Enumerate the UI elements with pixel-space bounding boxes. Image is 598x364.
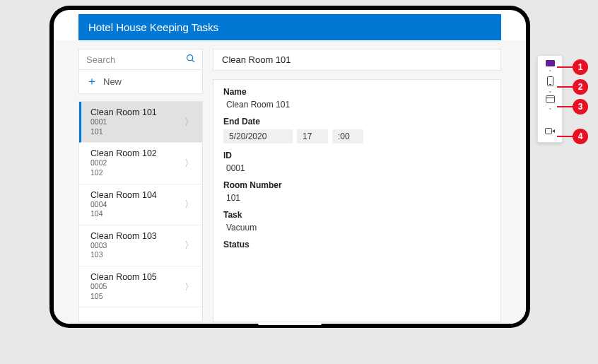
app-header: Hotel House Keeping Tasks xyxy=(78,14,501,40)
list-item-id: 0002 xyxy=(90,158,157,168)
value-room-number[interactable]: 101 xyxy=(223,193,491,203)
callout-line xyxy=(557,86,573,88)
detail-panel: Clean Room 101 Name Clean Room 101 End D… xyxy=(213,49,501,322)
field-task: Task Vacuum xyxy=(223,210,491,233)
list-item[interactable]: Clean Room 1030003103〉 xyxy=(79,225,202,266)
list-item[interactable]: Clean Room 1050005105〉 xyxy=(79,266,202,307)
chevron-right-icon: 〉 xyxy=(184,281,194,293)
field-room-number: Room Number 101 xyxy=(223,180,491,203)
end-date-date[interactable]: 5/20/2020 xyxy=(223,129,293,143)
label-room-number: Room Number xyxy=(223,180,491,190)
detail-form: Name Clean Room 101 End Date 5/20/2020 1… xyxy=(213,79,501,322)
value-name[interactable]: Clean Room 101 xyxy=(223,100,491,110)
chevron-right-icon: 〉 xyxy=(184,198,194,211)
list-item-id: 0005 xyxy=(90,282,157,292)
left-panel: Search ＋ New Clean Room 1010001101〉Clean… xyxy=(78,49,203,322)
callout-badge: 2 xyxy=(573,79,588,95)
chevron-down-icon: ⌄ xyxy=(548,88,553,94)
callout-2: 2 xyxy=(557,79,588,95)
label-name: Name xyxy=(223,87,491,97)
chevron-down-icon: ⌄ xyxy=(548,67,553,73)
label-end-date: End Date xyxy=(223,117,491,127)
list-item[interactable]: Clean Room 1010001101〉 xyxy=(79,102,202,143)
record-icon xyxy=(545,127,556,136)
end-date-minute[interactable]: :00 xyxy=(332,129,363,143)
search-input[interactable]: Search xyxy=(78,49,203,70)
chevron-down-icon: ⌄ xyxy=(548,105,553,111)
list-item-title: Clean Room 101 xyxy=(90,107,157,117)
end-date-input[interactable]: 5/20/2020 17 :00 xyxy=(223,129,491,143)
label-status: Status xyxy=(223,240,491,249)
field-end-date: End Date 5/20/2020 17 :00 xyxy=(223,117,491,143)
list-item-id: 0004 xyxy=(90,200,157,210)
value-id[interactable]: 0001 xyxy=(223,163,491,173)
list-item-title: Clean Room 105 xyxy=(90,272,157,282)
callout-3: 3 xyxy=(557,99,588,115)
chevron-right-icon: 〉 xyxy=(184,116,194,129)
callout-badge: 4 xyxy=(573,129,588,144)
svg-line-1 xyxy=(192,60,194,62)
list-item-title: Clean Room 104 xyxy=(90,190,157,200)
svg-point-0 xyxy=(187,55,193,61)
page-title: Hotel House Keeping Tasks xyxy=(88,21,218,33)
list-item-room: 101 xyxy=(90,127,157,137)
tablet-screen: Hotel House Keeping Tasks Search ＋ New xyxy=(54,10,526,324)
chevron-right-icon: 〉 xyxy=(184,239,194,252)
list-item-room: 105 xyxy=(90,292,157,302)
detail-title: Clean Room 101 xyxy=(213,49,501,71)
home-indicator xyxy=(258,322,322,325)
list-item-title: Clean Room 103 xyxy=(90,231,157,241)
app-root: Hotel House Keeping Tasks Search ＋ New xyxy=(54,10,526,324)
value-task[interactable]: Vacuum xyxy=(223,223,491,233)
label-id: ID xyxy=(223,151,491,160)
app-body: Search ＋ New Clean Room 1010001101〉Clean… xyxy=(54,40,526,324)
callout-badge: 1 xyxy=(573,59,588,75)
search-placeholder: Search xyxy=(86,54,115,65)
callout-badge: 3 xyxy=(573,99,588,115)
search-icon xyxy=(186,54,195,65)
list-item-id: 0003 xyxy=(90,241,157,251)
end-date-hour[interactable]: 17 xyxy=(297,129,328,143)
field-id: ID 0001 xyxy=(223,151,491,173)
tablet-frame: Hotel House Keeping Tasks Search ＋ New xyxy=(49,6,530,328)
plus-icon: ＋ xyxy=(86,74,98,89)
callout-1: 1 xyxy=(557,59,588,75)
list-item-room: 103 xyxy=(90,250,157,260)
new-button[interactable]: ＋ New xyxy=(78,70,203,94)
field-status: Status xyxy=(223,240,491,249)
mobile-icon xyxy=(547,76,553,88)
callout-4: 4 xyxy=(557,129,588,144)
card-icon xyxy=(546,60,555,66)
list-item-title: Clean Room 102 xyxy=(90,148,157,158)
callout-line xyxy=(557,66,573,68)
svg-rect-6 xyxy=(545,128,551,134)
new-label: New xyxy=(103,76,122,87)
browser-icon xyxy=(546,95,555,105)
list-item[interactable]: Clean Room 1020002102〉 xyxy=(79,143,202,184)
list-item-room: 104 xyxy=(90,209,157,219)
label-task: Task xyxy=(223,210,491,220)
task-list[interactable]: Clean Room 1010001101〉Clean Room 1020002… xyxy=(78,101,203,322)
callout-line xyxy=(557,106,573,107)
chevron-right-icon: 〉 xyxy=(184,157,194,170)
callout-line xyxy=(557,136,573,137)
field-name: Name Clean Room 101 xyxy=(223,87,491,110)
svg-rect-4 xyxy=(546,96,554,103)
list-item-room: 102 xyxy=(90,168,157,178)
list-item[interactable]: Clean Room 1040004104〉 xyxy=(79,184,202,225)
list-item-id: 0001 xyxy=(90,117,157,127)
